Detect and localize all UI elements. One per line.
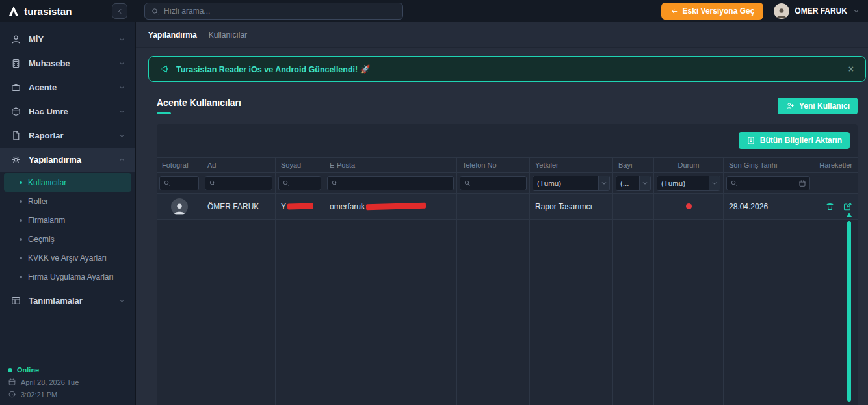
yetkiler-filter-value: (Tümü)	[533, 176, 598, 190]
new-user-button[interactable]: Yeni Kullanıcı	[778, 98, 858, 114]
chevron-down-icon	[118, 35, 126, 44]
calendar-icon[interactable]	[798, 179, 806, 187]
chevron-down-icon[interactable]	[598, 176, 609, 190]
empty-cell	[457, 220, 530, 405]
empty-cell	[276, 220, 324, 405]
eposta-filter[interactable]	[327, 176, 454, 190]
search-icon	[464, 179, 471, 187]
table-filter-row: (Tümü) (... (Tümü)	[157, 173, 858, 194]
telefon-filter[interactable]	[460, 176, 527, 190]
column-header-ad[interactable]: Ad	[202, 158, 276, 172]
column-header-yetkiler[interactable]: Yetkiler	[530, 158, 613, 172]
main-area: Yapılandırma Kullanıcılar Turasistan Rea…	[136, 22, 868, 405]
megaphone-icon	[159, 64, 170, 74]
table-empty-area	[157, 220, 858, 405]
sidebar-item-tanimlamalar[interactable]: Tanımlamalar	[0, 289, 135, 313]
old-version-button[interactable]: Eski Versiyona Geç	[661, 3, 764, 20]
breadcrumb: Yapılandırma Kullanıcılar	[136, 22, 868, 48]
sub-item-label: Geçmiş	[28, 235, 55, 244]
calendar-icon	[8, 378, 16, 386]
sidebar-item-hac-umre[interactable]: Hac Umre	[0, 99, 135, 124]
soyad-filter-input[interactable]	[292, 179, 317, 187]
yetkiler-filter-select[interactable]: (Tümü)	[533, 176, 610, 191]
content: Turasistan Reader iOs ve Android Güncell…	[136, 48, 868, 405]
sidebar-item-miy[interactable]: MİY	[0, 27, 135, 51]
row-son-giris-cell: 28.04.2026	[724, 194, 813, 219]
column-header-eposta[interactable]: E-Posta	[324, 158, 457, 172]
sidebar-item-label: MİY	[29, 34, 111, 44]
filter-cell-fotograf	[157, 173, 202, 193]
filter-cell-yetkiler: (Tümü)	[530, 173, 613, 193]
breadcrumb-page[interactable]: Kullanıcılar	[209, 31, 247, 40]
fotograf-filter-input[interactable]	[173, 179, 195, 187]
column-header-soyad[interactable]: Soyad	[276, 158, 324, 172]
sidebar-item-roller[interactable]: Roller	[4, 192, 131, 211]
filter-cell-hareketler	[813, 173, 858, 193]
sidebar-item-firmalarim[interactable]: Firmalarım	[4, 211, 131, 229]
search-icon	[331, 179, 338, 187]
edit-icon[interactable]	[843, 202, 852, 211]
title-underline	[157, 112, 171, 114]
column-header-son-giris[interactable]: Son Giriş Tarihi	[724, 158, 813, 172]
sidebar-item-yapilandirma[interactable]: Yapılandırma	[0, 148, 135, 172]
row-bayi-cell	[613, 194, 654, 219]
gear-icon	[10, 154, 21, 165]
son-giris-filter-input[interactable]	[740, 179, 796, 187]
current-date: April 28, 2026 Tue	[8, 378, 126, 386]
empty-cell	[157, 220, 202, 405]
trash-icon[interactable]	[825, 202, 835, 211]
chevron-down-icon[interactable]	[639, 176, 650, 190]
sidebar-item-firma-uygulama[interactable]: Firma Uygulama Ayarları	[4, 267, 131, 286]
filter-cell-telefon	[457, 173, 530, 193]
sidebar-item-acente[interactable]: Acente	[0, 75, 135, 99]
search-input[interactable]	[164, 7, 397, 16]
eposta-filter-input[interactable]	[341, 179, 450, 187]
export-button[interactable]: Bütün Bilgileri Aktarın	[739, 132, 850, 149]
announcement-banner: Turasistan Reader iOs ve Android Güncell…	[148, 56, 866, 82]
sidebar-item-gecmis[interactable]: Geçmiş	[4, 229, 131, 248]
table-row[interactable]: ÖMER FARUK Y omerfaruk Rapor Tasarımcı	[157, 194, 858, 220]
search-icon	[730, 179, 737, 187]
son-giris-filter[interactable]	[726, 176, 810, 190]
bullet-icon	[20, 219, 22, 222]
arrow-left-icon	[670, 7, 679, 16]
soyad-filter[interactable]	[278, 176, 321, 190]
chevron-down-icon	[118, 107, 126, 116]
global-search[interactable]	[144, 3, 403, 20]
user-menu[interactable]: ÖMER FARUK	[774, 3, 860, 19]
old-version-label: Eski Versiyona Geç	[683, 7, 755, 16]
sidebar-collapse-button[interactable]	[112, 3, 127, 19]
sidebar-item-raporlar[interactable]: Raporlar	[0, 124, 135, 148]
column-header-bayi[interactable]: Bayi	[613, 158, 654, 172]
empty-cell	[202, 220, 276, 405]
breadcrumb-section[interactable]: Yapılandırma	[148, 31, 197, 40]
filter-cell-soyad	[276, 173, 324, 193]
column-header-telefon[interactable]: Telefon No	[457, 158, 530, 172]
fotograf-filter[interactable]	[159, 176, 199, 190]
column-header-hareketler[interactable]: Hareketler	[813, 158, 858, 172]
column-header-fotograf[interactable]: Fotoğraf	[157, 158, 202, 172]
time-label: 3:02:21 PM	[21, 391, 57, 398]
redaction-mark	[287, 203, 313, 209]
ad-filter[interactable]	[205, 176, 272, 190]
brand-name: turasistan	[24, 6, 72, 17]
ad-filter-input[interactable]	[218, 179, 269, 187]
users-table-panel: Bütün Bilgileri Aktarın Fotoğraf Ad Soya…	[157, 124, 858, 405]
telefon-filter-input[interactable]	[473, 179, 523, 187]
close-icon[interactable]: ×	[847, 64, 855, 74]
column-header-durum[interactable]: Durum	[654, 158, 724, 172]
sidebar-item-kvkk[interactable]: KVKK ve Arşiv Ayarları	[4, 248, 131, 267]
scroll-up-arrow-icon[interactable]	[847, 213, 852, 217]
durum-filter-select[interactable]: (Tümü)	[657, 176, 720, 191]
brand[interactable]: turasistan	[8, 5, 72, 17]
sidebar-item-kullanicilar[interactable]: Kullanıcılar	[4, 173, 131, 192]
page-title: Acente Kullanıcıları	[157, 98, 241, 108]
bayi-filter-select[interactable]: (...	[616, 176, 651, 191]
row-yetkiler-cell: Rapor Tasarımcı	[530, 194, 613, 219]
search-icon	[282, 179, 289, 187]
empty-cell	[324, 220, 457, 405]
chevron-down-icon[interactable]	[709, 176, 720, 190]
sidebar-item-muhasebe[interactable]: Muhasebe	[0, 51, 135, 75]
bullet-icon	[20, 257, 22, 259]
vertical-scrollbar[interactable]	[847, 221, 851, 402]
